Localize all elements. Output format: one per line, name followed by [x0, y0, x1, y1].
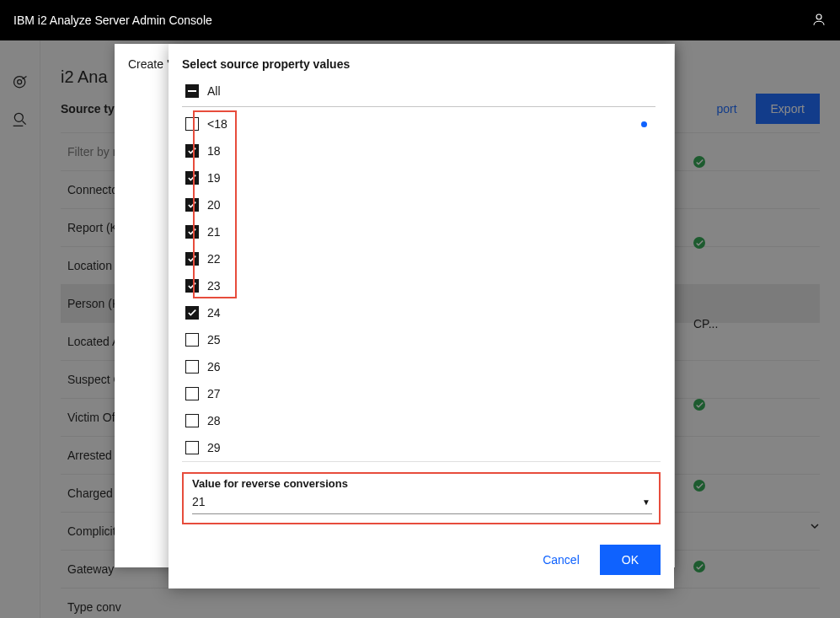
option-row[interactable]: 23: [182, 272, 655, 299]
checkbox[interactable]: [185, 225, 199, 239]
option-label: <18: [207, 117, 227, 131]
select-values-title: Select source property values: [169, 44, 674, 78]
checkbox-all[interactable]: [185, 84, 199, 98]
select-values-dialog: Select source property values All <18181…: [169, 44, 674, 588]
option-label: 18: [207, 144, 221, 158]
checkbox[interactable]: [185, 117, 199, 131]
option-label: 19: [207, 171, 221, 185]
cancel-button[interactable]: Cancel: [531, 546, 591, 573]
option-label: 24: [207, 306, 221, 320]
checkbox[interactable]: [185, 252, 199, 266]
checkbox[interactable]: [185, 360, 199, 373]
checkbox[interactable]: [185, 306, 199, 320]
option-row[interactable]: 20: [182, 191, 655, 218]
svg-point-0: [816, 14, 821, 19]
option-label: 27: [207, 387, 221, 400]
caret-down-icon: ▼: [642, 497, 650, 507]
option-row[interactable]: <18: [182, 110, 655, 137]
indicator-dot: [641, 121, 647, 127]
checkbox[interactable]: [185, 279, 199, 293]
option-all-label: All: [207, 84, 221, 98]
option-label: 29: [207, 441, 221, 454]
option-row[interactable]: 29: [182, 434, 655, 461]
ok-button[interactable]: OK: [600, 545, 661, 575]
options-list[interactable]: All <18181920212223242526272829: [182, 78, 661, 461]
option-row[interactable]: 27: [182, 380, 655, 407]
checkbox[interactable]: [185, 171, 199, 185]
app-title: IBM i2 Analyze Server Admin Console: [13, 13, 212, 27]
option-row[interactable]: 28: [182, 407, 655, 434]
reverse-section-highlight: Value for reverse conversions 21 ▼: [182, 472, 661, 524]
reverse-select[interactable]: 21 ▼: [192, 492, 652, 514]
reverse-value: 21: [192, 495, 206, 508]
app-header: IBM i2 Analyze Server Admin Console: [0, 0, 840, 40]
option-all-row[interactable]: All: [182, 78, 655, 107]
option-row[interactable]: 26: [182, 353, 655, 380]
checkbox[interactable]: [185, 414, 199, 427]
option-label: 25: [207, 333, 221, 347]
option-row[interactable]: 24: [182, 299, 655, 326]
option-label: 20: [207, 198, 221, 212]
checkbox[interactable]: [185, 333, 199, 347]
checkbox[interactable]: [185, 198, 199, 212]
option-label: 28: [207, 414, 221, 427]
checkbox[interactable]: [185, 144, 199, 158]
option-row[interactable]: 19: [182, 164, 655, 191]
option-label: 23: [207, 279, 221, 293]
reverse-label: Value for reverse conversions: [192, 477, 652, 490]
checkbox[interactable]: [185, 387, 199, 400]
option-label: 21: [207, 225, 221, 239]
option-row[interactable]: 18: [182, 137, 655, 164]
option-row[interactable]: 25: [182, 326, 655, 353]
option-label: 26: [207, 360, 221, 373]
user-icon[interactable]: [811, 12, 827, 30]
option-row[interactable]: 22: [182, 245, 655, 272]
option-label: 22: [207, 252, 221, 266]
option-row[interactable]: 21: [182, 218, 655, 245]
checkbox[interactable]: [185, 441, 199, 454]
